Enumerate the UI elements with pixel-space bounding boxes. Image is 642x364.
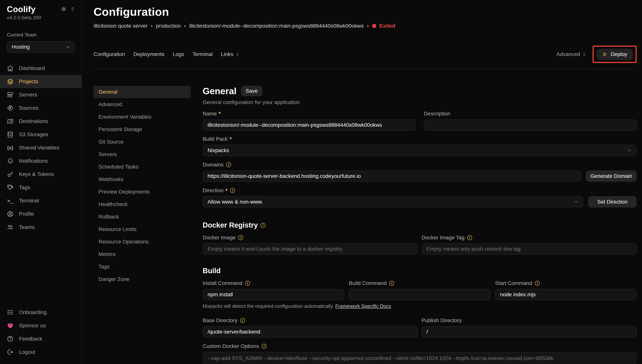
subnav-item-scheduled-tasks[interactable]: Scheduled Tasks	[94, 160, 190, 173]
subnav-item-resource-operations[interactable]: Resource Operations	[94, 236, 190, 248]
subnav-item-git-source[interactable]: Git Source	[94, 136, 190, 148]
direction-select[interactable]: Allow www & non-www.	[203, 196, 583, 208]
subnav-item-preview-deployments[interactable]: Preview Deployments	[94, 186, 190, 198]
info-icon[interactable]: i	[226, 162, 231, 167]
subnav-item-servers[interactable]: Servers	[94, 148, 190, 160]
base-directory-input[interactable]	[203, 326, 418, 338]
sidebar-item-onboarding[interactable]: Onboarding	[0, 306, 81, 319]
deploy-button[interactable]: Deploy	[596, 48, 633, 60]
sidebar-item-dashboard[interactable]: Dashboard	[0, 62, 81, 75]
chevron-down-icon	[65, 44, 71, 50]
build-pack-select[interactable]: Nixpacks	[203, 145, 637, 156]
tab-configuration[interactable]: Configuration	[94, 51, 125, 57]
settings-subnav: General Advanced Environment Variables P…	[94, 86, 190, 364]
tab-logs[interactable]: Logs	[173, 51, 184, 57]
info-icon[interactable]: i	[240, 318, 245, 323]
sidebar-item-servers[interactable]: Servers	[0, 88, 81, 102]
required-asterisk: *	[229, 136, 232, 142]
docker-image-tag-label: Docker Image Tag	[422, 234, 465, 241]
subnav-item-metrics[interactable]: Metrics	[94, 248, 190, 260]
publish-directory-input[interactable]	[422, 326, 637, 338]
sidebar-item-terminal[interactable]: >_ Terminal	[0, 194, 81, 207]
subnav-item-webhooks[interactable]: Webhooks	[94, 173, 190, 186]
sidebar-nav: Dashboard Projects Servers Sources Desti…	[0, 62, 81, 234]
team-select[interactable]: Hosting	[7, 41, 75, 52]
docker-image-input[interactable]	[203, 243, 418, 255]
sidebar-item-shared-variables[interactable]: (x) Shared Variables	[0, 141, 81, 154]
info-icon[interactable]: i	[535, 281, 540, 286]
build-command-label: Build Command	[349, 280, 387, 286]
info-icon[interactable]: i	[238, 235, 243, 240]
subnav-item-resource-limits[interactable]: Resource Limits	[94, 223, 190, 236]
terminal-icon: >_	[7, 198, 14, 204]
variable-icon: (x)	[7, 145, 14, 151]
sidebar-item-notifications[interactable]: Notifications	[0, 154, 81, 168]
generate-domain-button[interactable]: Generate Domain	[586, 170, 637, 182]
install-command-input[interactable]	[203, 289, 344, 300]
info-icon[interactable]: i	[245, 281, 250, 286]
domains-input[interactable]	[203, 170, 581, 182]
sidebar-item-s3-storages[interactable]: S3 Storages	[0, 128, 81, 141]
sidebar-item-keys-tokens[interactable]: Keys & Tokens	[0, 168, 81, 181]
custom-docker-options-input[interactable]	[203, 352, 637, 364]
info-icon[interactable]: i	[389, 281, 394, 286]
tab-deployments[interactable]: Deployments	[134, 51, 164, 57]
required-asterisk: *	[219, 111, 221, 117]
description-input[interactable]	[424, 120, 637, 131]
subnav-item-persistent-storage[interactable]: Persistent Storage	[94, 123, 190, 136]
sidebar-item-logout[interactable]: Logout	[0, 346, 81, 359]
domains-label: Domains	[203, 162, 223, 168]
key-icon	[7, 171, 14, 178]
annotation-highlight: Deploy	[592, 46, 637, 63]
name-input[interactable]	[203, 120, 416, 131]
custom-docker-options-label: Custom Docker Options	[203, 343, 259, 349]
sidebar-item-sources[interactable]: Sources	[0, 102, 81, 115]
subnav-item-advanced[interactable]: Advanced	[94, 98, 190, 111]
start-command-input[interactable]	[495, 289, 637, 300]
theme-toggle-icon[interactable]	[61, 6, 66, 12]
subnav-item-general[interactable]: General	[94, 86, 190, 98]
sidebar-item-destinations[interactable]: Destinations	[0, 115, 81, 128]
build-pack-value: Nixpacks	[208, 148, 229, 154]
chevron-right-icon: ›	[367, 23, 369, 29]
breadcrumb-environment[interactable]: production	[156, 23, 181, 29]
info-icon[interactable]: i	[230, 188, 235, 193]
set-direction-button[interactable]: Set Direction	[588, 196, 637, 208]
sidebar: Coolify v4.0.0-beta.399 Current Team Hos…	[0, 0, 82, 364]
bell-icon	[7, 158, 14, 164]
sidebar-item-projects[interactable]: Projects	[0, 75, 81, 88]
advanced-dropdown[interactable]: Advanced	[556, 51, 586, 57]
description-label: Description	[424, 111, 450, 117]
save-button[interactable]: Save	[241, 86, 262, 96]
help-circle-icon	[7, 336, 14, 342]
status-badge: Exited	[372, 23, 395, 29]
chevron-up-down-icon[interactable]	[70, 6, 75, 12]
name-label: Name	[203, 111, 217, 117]
subnav-item-environment-variables[interactable]: Environment Variables	[94, 111, 190, 123]
publish-directory-label: Publish Directory	[422, 318, 462, 324]
sidebar-item-profile[interactable]: Profile	[0, 207, 81, 220]
chevron-up-down-icon	[235, 52, 240, 56]
tab-terminal[interactable]: Terminal	[193, 51, 213, 57]
tab-links[interactable]: Links	[221, 51, 240, 57]
subnav-item-rollback[interactable]: Rollback	[94, 210, 190, 223]
sidebar-item-sponsor[interactable]: Sponsor us	[0, 319, 81, 332]
breadcrumb-project[interactable]: illicitonion quote server	[94, 23, 148, 29]
subnav-item-danger-zone[interactable]: Danger Zone	[94, 273, 190, 286]
status-dot-icon	[372, 24, 376, 28]
subnav-item-healthcheck[interactable]: Healthcheck	[94, 198, 190, 210]
info-icon[interactable]: i	[260, 223, 265, 228]
sidebar-item-feedback[interactable]: Feedback	[0, 332, 81, 346]
heart-handshake-icon	[7, 322, 14, 329]
sidebar-item-tags[interactable]: Tags	[0, 181, 81, 194]
home-icon	[7, 65, 14, 72]
sidebar-item-teams[interactable]: Teams	[0, 220, 81, 234]
breadcrumb-application[interactable]: illicitestonion/-module--decomposition:m…	[189, 23, 364, 29]
subnav-item-tags[interactable]: Tags	[94, 260, 190, 273]
framework-docs-link[interactable]: Framework Specific Docs	[335, 303, 391, 309]
info-icon[interactable]: i	[261, 344, 266, 349]
section-subtitle: General configuration for your applicati…	[203, 99, 637, 106]
build-command-input[interactable]	[349, 289, 490, 300]
info-icon[interactable]: i	[467, 235, 472, 240]
docker-image-tag-input[interactable]	[422, 243, 637, 255]
